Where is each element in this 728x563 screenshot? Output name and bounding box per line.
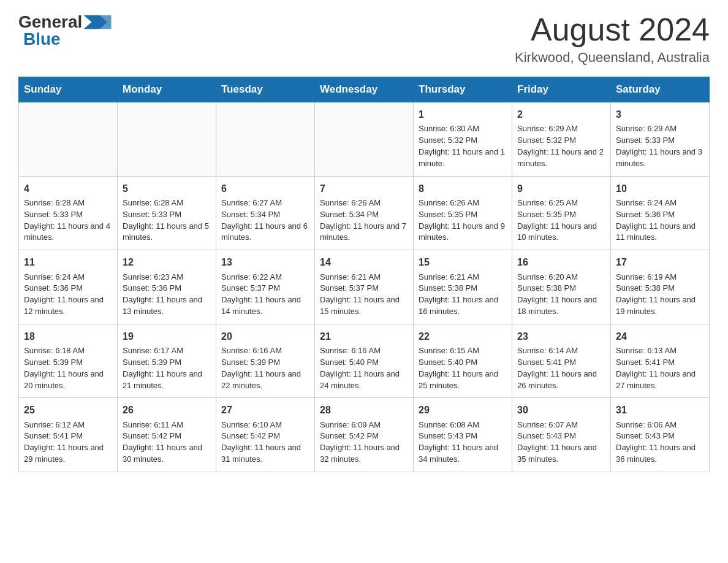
day-number: 1 [419, 107, 507, 121]
calendar-cell: 3Sunrise: 6:29 AMSunset: 5:33 PMDaylight… [611, 102, 710, 177]
day-number: 9 [517, 182, 605, 196]
calendar-cell: 7Sunrise: 6:26 AMSunset: 5:34 PMDaylight… [315, 176, 414, 250]
calendar-cell: 16Sunrise: 6:20 AMSunset: 5:38 PMDayligh… [512, 250, 611, 324]
logo-arrow-icon [82, 13, 112, 31]
calendar-week-row: 11Sunrise: 6:24 AMSunset: 5:36 PMDayligh… [19, 250, 710, 324]
day-info: Sunrise: 6:12 AMSunset: 5:41 PMDaylight:… [24, 419, 112, 465]
day-info: Sunrise: 6:07 AMSunset: 5:43 PMDaylight:… [517, 419, 605, 465]
calendar-cell: 13Sunrise: 6:22 AMSunset: 5:37 PMDayligh… [216, 250, 315, 324]
calendar-cell: 24Sunrise: 6:13 AMSunset: 5:41 PMDayligh… [611, 324, 710, 398]
day-number: 26 [123, 403, 211, 417]
calendar-cell [19, 102, 118, 177]
day-info: Sunrise: 6:21 AMSunset: 5:37 PMDaylight:… [320, 272, 408, 318]
calendar-cell: 31Sunrise: 6:06 AMSunset: 5:43 PMDayligh… [611, 398, 710, 472]
day-number: 6 [221, 182, 309, 196]
day-number: 5 [123, 182, 211, 196]
calendar-week-row: 18Sunrise: 6:18 AMSunset: 5:39 PMDayligh… [19, 324, 710, 398]
day-number: 10 [616, 182, 704, 196]
calendar-cell: 6Sunrise: 6:27 AMSunset: 5:34 PMDaylight… [216, 176, 315, 250]
calendar-cell: 8Sunrise: 6:26 AMSunset: 5:35 PMDaylight… [414, 176, 512, 250]
calendar-cell: 23Sunrise: 6:14 AMSunset: 5:41 PMDayligh… [512, 324, 611, 398]
calendar-cell [216, 102, 315, 177]
calendar-cell [118, 102, 216, 177]
day-number: 16 [517, 255, 605, 269]
day-info: Sunrise: 6:08 AMSunset: 5:43 PMDaylight:… [419, 419, 507, 465]
day-info: Sunrise: 6:26 AMSunset: 5:34 PMDaylight:… [320, 197, 408, 243]
calendar-cell: 15Sunrise: 6:21 AMSunset: 5:38 PMDayligh… [414, 250, 512, 324]
day-number: 25 [24, 403, 112, 417]
calendar-cell: 2Sunrise: 6:29 AMSunset: 5:32 PMDaylight… [512, 102, 611, 177]
month-title: August 2024 [515, 12, 710, 47]
day-info: Sunrise: 6:16 AMSunset: 5:39 PMDaylight:… [221, 345, 309, 391]
day-number: 4 [24, 182, 112, 196]
calendar-cell: 27Sunrise: 6:10 AMSunset: 5:42 PMDayligh… [216, 398, 315, 472]
day-info: Sunrise: 6:06 AMSunset: 5:43 PMDaylight:… [616, 419, 704, 465]
day-info: Sunrise: 6:13 AMSunset: 5:41 PMDaylight:… [616, 345, 704, 391]
calendar-table: SundayMondayTuesdayWednesdayThursdayFrid… [18, 77, 710, 472]
day-number: 31 [616, 403, 704, 417]
day-number: 8 [419, 182, 507, 196]
calendar-cell: 20Sunrise: 6:16 AMSunset: 5:39 PMDayligh… [216, 324, 315, 398]
day-number: 2 [517, 107, 605, 121]
day-info: Sunrise: 6:21 AMSunset: 5:38 PMDaylight:… [419, 272, 507, 318]
calendar-cell: 1Sunrise: 6:30 AMSunset: 5:32 PMDaylight… [414, 102, 512, 177]
calendar-cell: 5Sunrise: 6:28 AMSunset: 5:33 PMDaylight… [118, 176, 216, 250]
day-info: Sunrise: 6:17 AMSunset: 5:39 PMDaylight:… [123, 345, 211, 391]
calendar-week-row: 1Sunrise: 6:30 AMSunset: 5:32 PMDaylight… [19, 102, 710, 177]
day-number: 22 [419, 329, 507, 343]
calendar-header-row: SundayMondayTuesdayWednesdayThursdayFrid… [19, 77, 710, 102]
calendar-cell: 17Sunrise: 6:19 AMSunset: 5:38 PMDayligh… [611, 250, 710, 324]
day-of-week-header: Thursday [414, 77, 512, 102]
day-info: Sunrise: 6:11 AMSunset: 5:42 PMDaylight:… [123, 419, 211, 465]
calendar-cell: 30Sunrise: 6:07 AMSunset: 5:43 PMDayligh… [512, 398, 611, 472]
day-number: 29 [419, 403, 507, 417]
calendar-cell: 29Sunrise: 6:08 AMSunset: 5:43 PMDayligh… [414, 398, 512, 472]
day-info: Sunrise: 6:23 AMSunset: 5:36 PMDaylight:… [123, 272, 211, 318]
logo-blue-text: Blue [23, 29, 61, 48]
day-number: 23 [517, 329, 605, 343]
day-number: 15 [419, 255, 507, 269]
day-info: Sunrise: 6:30 AMSunset: 5:32 PMDaylight:… [419, 123, 507, 169]
day-info: Sunrise: 6:29 AMSunset: 5:32 PMDaylight:… [517, 123, 605, 169]
title-area: August 2024 Kirkwood, Queensland, Austra… [515, 12, 710, 66]
day-number: 19 [123, 329, 211, 343]
day-info: Sunrise: 6:25 AMSunset: 5:35 PMDaylight:… [517, 197, 605, 243]
day-number: 7 [320, 182, 408, 196]
calendar-cell: 4Sunrise: 6:28 AMSunset: 5:33 PMDaylight… [19, 176, 118, 250]
day-of-week-header: Wednesday [315, 77, 414, 102]
calendar-cell: 26Sunrise: 6:11 AMSunset: 5:42 PMDayligh… [118, 398, 216, 472]
calendar-cell: 19Sunrise: 6:17 AMSunset: 5:39 PMDayligh… [118, 324, 216, 398]
calendar-cell: 28Sunrise: 6:09 AMSunset: 5:42 PMDayligh… [315, 398, 414, 472]
day-of-week-header: Sunday [19, 77, 118, 102]
day-number: 13 [221, 255, 309, 269]
day-info: Sunrise: 6:26 AMSunset: 5:35 PMDaylight:… [419, 197, 507, 243]
day-number: 3 [616, 107, 704, 121]
calendar-cell: 11Sunrise: 6:24 AMSunset: 5:36 PMDayligh… [19, 250, 118, 324]
day-info: Sunrise: 6:27 AMSunset: 5:34 PMDaylight:… [221, 197, 309, 243]
calendar-week-row: 4Sunrise: 6:28 AMSunset: 5:33 PMDaylight… [19, 176, 710, 250]
day-info: Sunrise: 6:18 AMSunset: 5:39 PMDaylight:… [24, 345, 112, 391]
day-number: 24 [616, 329, 704, 343]
page-header: General Blue August 2024 Kirkwood, Queen… [18, 12, 710, 66]
day-info: Sunrise: 6:29 AMSunset: 5:33 PMDaylight:… [616, 123, 704, 169]
calendar-cell: 22Sunrise: 6:15 AMSunset: 5:40 PMDayligh… [414, 324, 512, 398]
day-number: 17 [616, 255, 704, 269]
day-info: Sunrise: 6:24 AMSunset: 5:36 PMDaylight:… [616, 197, 704, 243]
day-of-week-header: Tuesday [216, 77, 315, 102]
day-info: Sunrise: 6:24 AMSunset: 5:36 PMDaylight:… [24, 272, 112, 318]
day-of-week-header: Monday [118, 77, 216, 102]
day-info: Sunrise: 6:10 AMSunset: 5:42 PMDaylight:… [221, 419, 309, 465]
calendar-cell: 25Sunrise: 6:12 AMSunset: 5:41 PMDayligh… [19, 398, 118, 472]
day-number: 21 [320, 329, 408, 343]
day-number: 14 [320, 255, 408, 269]
day-info: Sunrise: 6:20 AMSunset: 5:38 PMDaylight:… [517, 272, 605, 318]
day-info: Sunrise: 6:22 AMSunset: 5:37 PMDaylight:… [221, 272, 309, 318]
calendar-cell: 18Sunrise: 6:18 AMSunset: 5:39 PMDayligh… [19, 324, 118, 398]
day-number: 12 [123, 255, 211, 269]
day-number: 28 [320, 403, 408, 417]
calendar-cell: 9Sunrise: 6:25 AMSunset: 5:35 PMDaylight… [512, 176, 611, 250]
day-info: Sunrise: 6:19 AMSunset: 5:38 PMDaylight:… [616, 272, 704, 318]
day-of-week-header: Saturday [611, 77, 710, 102]
calendar-cell: 21Sunrise: 6:16 AMSunset: 5:40 PMDayligh… [315, 324, 414, 398]
calendar-cell: 14Sunrise: 6:21 AMSunset: 5:37 PMDayligh… [315, 250, 414, 324]
